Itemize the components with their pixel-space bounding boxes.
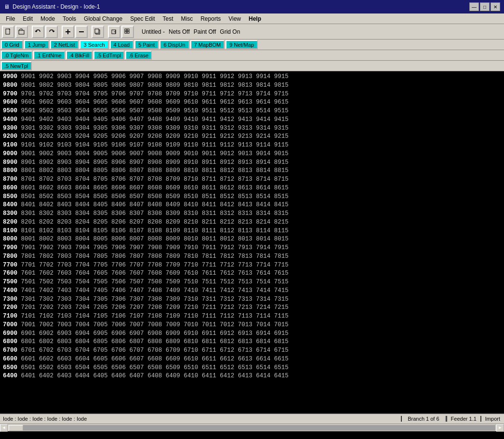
tb-copy[interactable] bbox=[92, 26, 104, 38]
btn-5-paint[interactable]: 5 Paint bbox=[134, 40, 159, 49]
menu-mode[interactable]: Mode bbox=[37, 14, 59, 23]
svg-rect-0 bbox=[6, 29, 10, 34]
svg-rect-1 bbox=[19, 30, 24, 34]
status-breadcrumb: Iode : Iode : Iode : Iode : Iode : Iode bbox=[0, 416, 401, 422]
title-icon: 🖥 bbox=[4, 3, 10, 10]
btn-0-grid[interactable]: 0 Grid bbox=[1, 40, 23, 49]
tb-minus[interactable] bbox=[75, 26, 88, 38]
scroll-thumb[interactable] bbox=[9, 425, 23, 431]
menu-tools[interactable]: Tools bbox=[59, 14, 80, 23]
funcrow2: .0 TgleNm .1 EntNme .4 BlkFill .5 EdTmpl… bbox=[0, 50, 504, 61]
close-button[interactable]: ✕ bbox=[491, 2, 500, 11]
untitled-label: Untitled - bbox=[142, 28, 165, 35]
grid-area: 9900 9901 9902 9903 9904 9905 9906 9907 … bbox=[0, 71, 504, 413]
svg-rect-13 bbox=[127, 31, 129, 33]
scroll-left-button[interactable]: ◀ bbox=[0, 424, 8, 432]
btn-7-mapbom[interactable]: 7 MapBOM bbox=[190, 40, 225, 49]
status-feeder: Feeder 1.1 bbox=[446, 416, 480, 422]
nets-label: Nets Off bbox=[169, 28, 190, 35]
btn-2-netlist[interactable]: 2 NetList bbox=[50, 40, 79, 49]
toolbar-label: Untitled - Nets Off Paint Off Grid On bbox=[142, 28, 240, 35]
btn-1-jump[interactable]: 1 Jump bbox=[24, 40, 49, 49]
horizontal-scrollbar[interactable]: ◀ ▶ bbox=[0, 424, 504, 431]
menu-edit[interactable]: Edit bbox=[19, 14, 37, 23]
btn-dot5-edtmpl[interactable]: .5 EdTmpl bbox=[93, 51, 124, 60]
status-branch: Branch 1 of 6 bbox=[401, 416, 446, 422]
funcrow1: 0 Grid 1 Jump 2 NetList 3 Search 4 Load … bbox=[0, 40, 504, 50]
tb-redo[interactable] bbox=[45, 26, 58, 38]
btn-dot1-entnme[interactable]: .1 EntNme bbox=[33, 51, 65, 60]
btn-6-dispun[interactable]: 6 DispUn bbox=[159, 40, 189, 49]
menu-view[interactable]: View bbox=[225, 14, 245, 23]
tb-undo[interactable] bbox=[32, 26, 44, 38]
btn-dot5-newtpl[interactable]: .5 NewTpl bbox=[1, 61, 32, 70]
grid-label: Grid On bbox=[220, 28, 240, 35]
title-text: Design Assistant - Design - Iode-1 bbox=[13, 3, 100, 10]
btn-9-netmap[interactable]: 9 Net/Map bbox=[225, 40, 258, 49]
tb-grid-btn[interactable] bbox=[121, 26, 134, 38]
menu-spec-edit[interactable]: Spec Edit bbox=[126, 14, 159, 23]
titlebar: 🖥 Design Assistant - Design - Iode-1 — □… bbox=[0, 0, 504, 13]
window-controls[interactable]: — □ ✕ bbox=[469, 2, 500, 11]
btn-dot0-togglenm[interactable]: .0 TgleNm bbox=[1, 51, 32, 60]
btn-3-search[interactable]: 3 Search bbox=[80, 40, 108, 49]
statusbar: Iode : Iode : Iode : Iode : Iode : Iode … bbox=[0, 413, 504, 424]
svg-rect-10 bbox=[125, 29, 127, 31]
btn-4-load[interactable]: 4 Load bbox=[110, 40, 134, 49]
status-import[interactable]: Import bbox=[480, 416, 504, 422]
scroll-right-button[interactable]: ▶ bbox=[496, 424, 504, 432]
menu-test[interactable]: Test bbox=[159, 14, 177, 23]
scroll-track[interactable] bbox=[9, 425, 495, 431]
menu-misc[interactable]: Misc bbox=[177, 14, 197, 23]
tb-new[interactable] bbox=[2, 26, 14, 38]
tb-rotate[interactable] bbox=[108, 26, 120, 38]
menu-file[interactable]: File bbox=[2, 14, 19, 23]
svg-rect-11 bbox=[127, 29, 129, 31]
svg-rect-6 bbox=[95, 29, 99, 33]
tb-open[interactable] bbox=[15, 26, 28, 38]
svg-rect-12 bbox=[125, 31, 127, 33]
maximize-button[interactable]: □ bbox=[480, 2, 490, 11]
funcrow3: .5 NewTpl bbox=[0, 61, 504, 71]
paint-label: Paint Off bbox=[194, 28, 216, 35]
btn-dot6-erase[interactable]: .6 Erase bbox=[125, 51, 152, 60]
btn-dot4-blkfill[interactable]: .4 BlkFill bbox=[66, 51, 93, 60]
menubar: File Edit Mode Tools Global Change Spec … bbox=[0, 13, 504, 24]
minimize-button[interactable]: — bbox=[469, 2, 479, 11]
menu-global-change[interactable]: Global Change bbox=[80, 14, 126, 23]
menu-help[interactable]: Help bbox=[245, 14, 265, 23]
toolbar: Untitled - Nets Off Paint Off Grid On bbox=[0, 24, 504, 40]
menu-reports[interactable]: Reports bbox=[197, 14, 225, 23]
tb-add[interactable] bbox=[62, 26, 74, 38]
